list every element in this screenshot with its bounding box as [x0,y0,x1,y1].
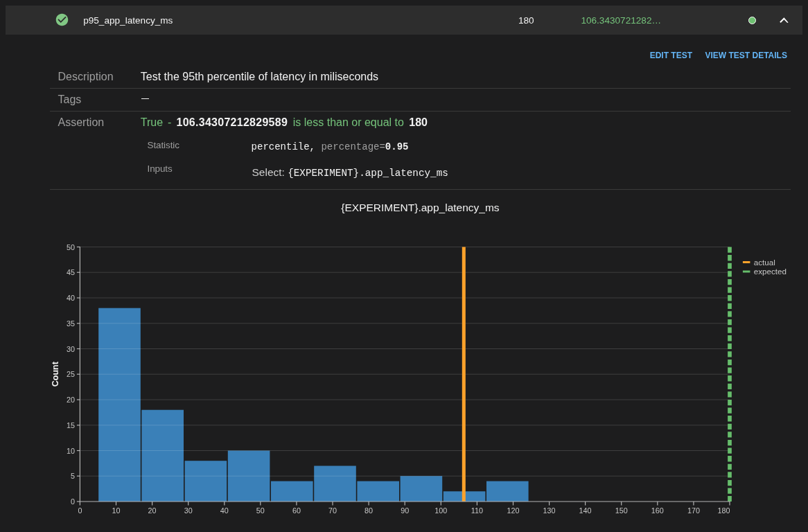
svg-text:35: 35 [67,319,75,328]
svg-text:80: 80 [365,506,373,515]
svg-text:50: 50 [67,243,75,251]
svg-text:160: 160 [651,506,664,515]
svg-text:30: 30 [184,506,193,515]
svg-text:20: 20 [148,506,157,515]
svg-text:0: 0 [71,497,75,506]
svg-text:130: 130 [543,506,556,515]
svg-text:50: 50 [256,506,265,515]
svg-text:expected: expected [754,267,787,276]
svg-text:150: 150 [615,506,628,515]
svg-text:15: 15 [67,421,75,429]
svg-text:90: 90 [401,506,409,515]
svg-text:40: 40 [220,506,229,515]
svg-text:30: 30 [67,345,75,353]
svg-text:70: 70 [328,506,337,515]
svg-text:110: 110 [471,506,483,515]
svg-text:5: 5 [71,472,75,480]
svg-text:10: 10 [67,447,75,455]
svg-text:45: 45 [67,268,75,276]
svg-text:10: 10 [112,506,120,515]
svg-text:40: 40 [67,294,75,302]
svg-text:60: 60 [292,506,301,515]
svg-text:25: 25 [67,370,75,378]
svg-text:0: 0 [78,506,82,515]
svg-text:100: 100 [434,506,447,515]
svg-text:actual: actual [754,258,775,267]
svg-text:180: 180 [717,506,730,515]
svg-text:140: 140 [579,506,592,515]
svg-text:Count: Count [51,361,60,387]
svg-text:120: 120 [507,506,519,515]
svg-text:170: 170 [687,506,700,515]
svg-text:20: 20 [67,396,75,404]
